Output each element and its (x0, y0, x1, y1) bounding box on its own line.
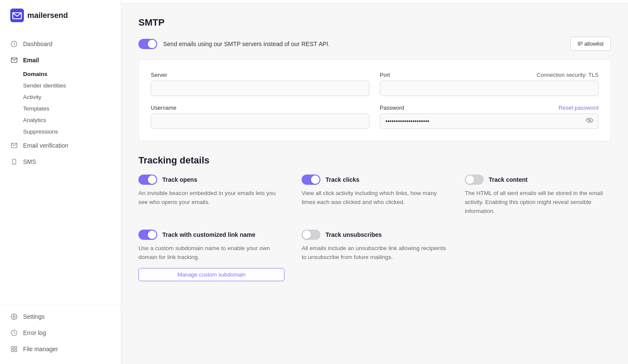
sidebar-item-file-manager[interactable]: File manager (0, 341, 121, 357)
sidebar-item-activity[interactable]: Activity (0, 91, 121, 103)
sidebar-item-dashboard[interactable]: Dashboard (0, 36, 121, 52)
envelope-icon (10, 56, 18, 64)
password-label-row: Password Reset password (380, 105, 599, 111)
svg-rect-0 (10, 9, 24, 22)
port-input[interactable] (380, 81, 599, 96)
sidebar-item-analytics[interactable]: Analytics (0, 114, 121, 126)
password-field-group: Password Reset password (380, 105, 599, 129)
sidebar-item-email-label: Email (23, 57, 39, 64)
smtp-toggle[interactable] (138, 39, 157, 49)
track-custom-link-desc: Use a custom subdomain name to enable yo… (138, 244, 285, 262)
svg-rect-10 (15, 347, 17, 349)
tracking-grid: Track opens An invisible beacon embedded… (138, 175, 611, 281)
server-label: Server (151, 72, 370, 78)
track-custom-link-thumb (148, 230, 156, 239)
sidebar-item-email-verification[interactable]: Email verification (0, 137, 121, 154)
track-content-toggle-row: Track content (465, 175, 611, 185)
track-opens-toggle[interactable] (138, 175, 157, 185)
track-content-toggle[interactable] (465, 175, 484, 185)
track-clicks-track (302, 175, 320, 185)
track-custom-link-label: Track with customized link name (162, 231, 255, 238)
smtp-toggle-thumb (148, 40, 156, 48)
tracking-item-custom-link: Track with customized link name Use a cu… (138, 230, 285, 281)
password-visibility-toggle-icon[interactable] (586, 117, 593, 125)
sidebar-item-email-verification-label: Email verification (23, 142, 68, 149)
manage-custom-subdomain-button[interactable]: Manage custom subdomain (138, 268, 285, 281)
password-label: Password (380, 105, 404, 111)
smtp-form-grid: Server Port Connection security: TLS Use… (151, 72, 599, 129)
track-opens-track (138, 175, 157, 185)
logo-text: mailersend (27, 11, 68, 20)
smtp-toggle-track (138, 39, 157, 49)
sidebar-item-email[interactable]: Email (0, 52, 121, 68)
ip-allowlist-button[interactable]: IP allowlist (570, 37, 611, 51)
port-field-group: Port Connection security: TLS (380, 72, 599, 96)
track-custom-link-toggle-row: Track with customized link name (138, 230, 285, 240)
password-wrapper (380, 114, 599, 129)
sidebar-item-sms[interactable]: SMS (0, 154, 121, 170)
tracking-item-unsubscribes: Track unsubscribes All emails include an… (302, 230, 448, 281)
error-log-icon (10, 329, 18, 337)
mobile-icon (10, 158, 18, 166)
sidebar-item-error-log[interactable]: Error log (0, 325, 121, 341)
sidebar: mailersend Dashboard Email Domains Sende… (0, 0, 121, 364)
svg-rect-12 (15, 349, 17, 352)
port-label: Port (380, 72, 390, 78)
sidebar-item-settings[interactable]: Settings (0, 309, 121, 325)
sidebar-item-domains[interactable]: Domains (0, 68, 121, 80)
sidebar-item-suppressions[interactable]: Suppressions (0, 126, 121, 137)
main-content-area: SMTP Send emails using our SMTP servers … (121, 0, 628, 364)
smtp-toggle-row: Send emails using our SMTP servers inste… (138, 37, 611, 51)
sidebar-item-dashboard-label: Dashboard (23, 41, 53, 47)
track-clicks-toggle[interactable] (302, 175, 320, 185)
sidebar-item-sender-identities[interactable]: Sender identities (0, 80, 121, 91)
tracking-section-title: Tracking details (138, 155, 611, 166)
track-unsubscribes-thumb (302, 230, 311, 239)
sidebar-nav: Dashboard Email Domains Sender identitie… (0, 32, 121, 305)
track-content-track (465, 175, 484, 185)
track-unsubscribes-toggle[interactable] (302, 230, 320, 240)
track-unsubscribes-toggle-row: Track unsubscribes (302, 230, 448, 240)
file-manager-icon (10, 345, 18, 353)
reset-password-link[interactable]: Reset password (559, 105, 599, 111)
port-header: Port Connection security: TLS (380, 72, 599, 78)
track-content-desc: The HTML of all sent emails will be stor… (465, 189, 611, 216)
smtp-form-card: Server Port Connection security: TLS Use… (138, 59, 611, 141)
sidebar-item-file-manager-label: File manager (23, 346, 58, 352)
track-unsubscribes-desc: All emails include an unsubscribe link a… (302, 244, 448, 262)
smtp-toggle-left: Send emails using our SMTP servers inste… (138, 39, 330, 49)
password-input[interactable] (380, 114, 599, 129)
smtp-section-title: SMTP (138, 17, 611, 28)
sidebar-item-sms-label: SMS (23, 158, 36, 165)
track-clicks-thumb (311, 175, 320, 184)
svg-point-7 (13, 316, 15, 317)
username-input[interactable] (151, 114, 370, 129)
envelope-check-icon (10, 142, 18, 149)
mailersend-logo-icon (10, 9, 24, 22)
sidebar-item-settings-label: Settings (23, 313, 45, 320)
track-custom-link-toggle[interactable] (138, 230, 157, 240)
tracking-item-content: Track content The HTML of all sent email… (465, 175, 611, 216)
sidebar-item-error-log-label: Error log (23, 329, 46, 336)
server-field-group: Server (151, 72, 370, 96)
track-opens-desc: An invisible beacon embedded in your ema… (138, 189, 285, 207)
clock-icon (10, 40, 18, 48)
track-opens-thumb (148, 175, 156, 184)
logo: mailersend (0, 0, 121, 32)
svg-rect-11 (12, 349, 14, 352)
server-input[interactable] (151, 81, 370, 96)
svg-rect-9 (12, 347, 14, 349)
tracking-item-opens: Track opens An invisible beacon embedded… (138, 175, 285, 216)
smtp-toggle-label: Send emails using our SMTP servers inste… (163, 41, 330, 47)
connection-security-label: Connection security: TLS (537, 72, 599, 78)
username-field-group: Username (151, 105, 370, 129)
track-custom-link-track (138, 230, 157, 240)
sidebar-bottom: Settings Error log File manager (0, 305, 121, 364)
sidebar-item-templates[interactable]: Templates (0, 103, 121, 114)
track-content-label: Track content (489, 176, 528, 183)
track-unsubscribes-label: Track unsubscribes (326, 231, 382, 238)
tracking-item-clicks: Track clicks View all click activity inc… (302, 175, 448, 216)
track-clicks-toggle-row: Track clicks (302, 175, 448, 185)
track-unsubscribes-track (302, 230, 320, 240)
track-clicks-label: Track clicks (326, 176, 359, 183)
